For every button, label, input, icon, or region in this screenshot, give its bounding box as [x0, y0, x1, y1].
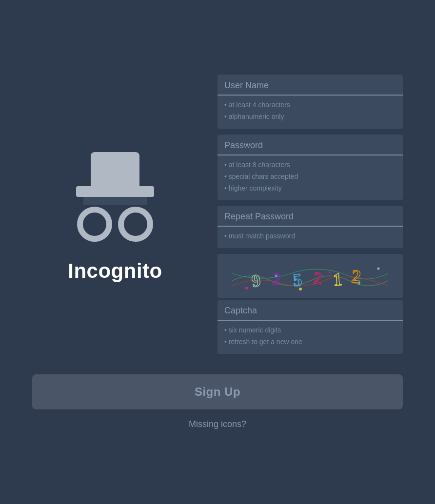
main-container: Incognito • at least 4 characters • alph… [32, 75, 403, 429]
captcha-hint-1: • six numeric digits [224, 325, 396, 336]
svg-point-1 [245, 287, 248, 290]
hat-icon [76, 152, 154, 242]
glass-left [77, 207, 112, 242]
captcha-image[interactable]: 9 2 5 2 1 2 [218, 254, 403, 298]
password-hint-2: • special chars accepted [224, 171, 396, 183]
svg-point-6 [377, 268, 380, 270]
password-hints: • at least 8 characters • special chars … [218, 155, 403, 200]
password-field-group: • at least 8 characters • special chars … [218, 135, 403, 204]
top-section: Incognito • at least 4 characters • alph… [32, 75, 403, 359]
bottom-section: Sign Up Missing icons? [32, 374, 403, 429]
captcha-svg: 9 2 5 2 1 2 [218, 254, 403, 298]
captcha-input-wrapper [218, 300, 403, 321]
signup-button[interactable]: Sign Up [32, 374, 403, 409]
svg-text:2: 2 [351, 266, 362, 287]
svg-text:1: 1 [333, 270, 343, 290]
username-hint-2: • alphanumeric only [224, 111, 396, 123]
repeat-password-input-wrapper [218, 206, 403, 227]
repeat-password-field-group: • must match password [218, 206, 403, 252]
left-panel: Incognito [32, 152, 198, 283]
captcha-hint-2: • refresh to get a new one [224, 336, 396, 348]
hat-neck [83, 197, 147, 205]
missing-icons-link[interactable]: Missing icons? [189, 419, 246, 429]
repeat-password-input[interactable] [224, 212, 396, 222]
password-hint-1: • at least 8 characters [224, 159, 396, 171]
glass-right [118, 207, 153, 242]
password-hint-3: • higher complexity [224, 183, 396, 194]
hat-brim [76, 186, 154, 197]
captcha-hints: • six numeric digits • refresh to get a … [218, 321, 403, 354]
captcha-input[interactable] [224, 306, 396, 316]
password-input-wrapper [218, 135, 403, 155]
username-input-wrapper [218, 75, 403, 96]
username-hint-1: • at least 4 characters [224, 99, 396, 111]
glasses-row [77, 207, 153, 242]
captcha-field-group: • six numeric digits • refresh to get a … [218, 300, 403, 358]
svg-point-4 [329, 271, 331, 273]
hat-top [91, 152, 139, 186]
repeat-password-hint-1: • must match password [224, 231, 396, 242]
svg-text:5: 5 [292, 270, 302, 290]
repeat-password-hints: • must match password [218, 227, 403, 248]
right-panel: • at least 4 characters • alphanumeric o… [218, 75, 403, 359]
app-title: Incognito [68, 259, 162, 283]
username-hints: • at least 4 characters • alphanumeric o… [218, 96, 403, 129]
username-field-group: • at least 4 characters • alphanumeric o… [218, 75, 403, 133]
incognito-icon [76, 152, 154, 242]
username-input[interactable] [224, 80, 396, 91]
password-input[interactable] [224, 140, 396, 151]
